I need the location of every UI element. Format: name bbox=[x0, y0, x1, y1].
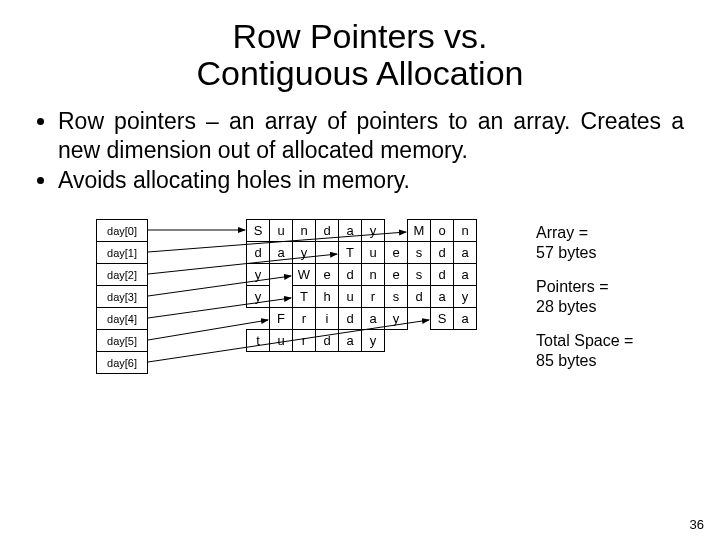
char-gap bbox=[269, 285, 293, 308]
char-gap bbox=[407, 307, 431, 330]
title-line2: Contiguous Allocation bbox=[196, 54, 523, 92]
pointer-cell: day[3] bbox=[96, 285, 148, 308]
char-cell: y bbox=[292, 241, 316, 264]
size-info: Array = 57 bytes Pointers = 28 bytes Tot… bbox=[536, 223, 633, 385]
char-gap bbox=[384, 329, 408, 352]
char-cell: a bbox=[338, 219, 362, 242]
char-cell: r bbox=[292, 307, 316, 330]
char-row: SundayMon bbox=[246, 219, 477, 242]
char-cell: a bbox=[269, 241, 293, 264]
char-cell: n bbox=[292, 219, 316, 242]
char-cell: y bbox=[246, 263, 270, 286]
char-cell: e bbox=[384, 263, 408, 286]
char-cell: T bbox=[338, 241, 362, 264]
pointer-column: day[0]day[1]day[2]day[3]day[4]day[5]day[… bbox=[96, 219, 148, 374]
char-cell: S bbox=[246, 219, 270, 242]
char-cell: d bbox=[407, 285, 431, 308]
bullet-list: Row pointers – an array of pointers to a… bbox=[36, 107, 684, 195]
char-cell: a bbox=[338, 329, 362, 352]
char-cell: s bbox=[384, 285, 408, 308]
char-gap bbox=[315, 241, 339, 264]
page-number: 36 bbox=[690, 517, 704, 532]
char-row: FridaySa bbox=[246, 307, 477, 330]
char-cell: d bbox=[430, 241, 454, 264]
char-cell: y bbox=[453, 285, 477, 308]
info-array-l1: Array = bbox=[536, 224, 588, 241]
char-cell: t bbox=[246, 329, 270, 352]
char-gap bbox=[246, 307, 270, 330]
char-cell: S bbox=[430, 307, 454, 330]
char-cell: y bbox=[361, 329, 385, 352]
char-cell: u bbox=[361, 241, 385, 264]
char-cell: r bbox=[361, 285, 385, 308]
info-total-l2: 85 bytes bbox=[536, 352, 596, 369]
char-cell: a bbox=[361, 307, 385, 330]
char-cell: d bbox=[338, 263, 362, 286]
char-cell: n bbox=[361, 263, 385, 286]
diagram: day[0]day[1]day[2]day[3]day[4]day[5]day[… bbox=[36, 209, 684, 439]
info-ptr-l2: 28 bytes bbox=[536, 298, 596, 315]
char-cell: W bbox=[292, 263, 316, 286]
char-row: turday bbox=[246, 329, 477, 352]
char-cell: d bbox=[338, 307, 362, 330]
bullet-1: Row pointers – an array of pointers to a… bbox=[58, 107, 684, 165]
char-cell: n bbox=[453, 219, 477, 242]
info-pointers: Pointers = 28 bytes bbox=[536, 277, 633, 317]
char-gap bbox=[407, 329, 431, 352]
info-array-l2: 57 bytes bbox=[536, 244, 596, 261]
char-cell: d bbox=[315, 219, 339, 242]
char-cell: d bbox=[246, 241, 270, 264]
info-total: Total Space = 85 bytes bbox=[536, 331, 633, 371]
char-cell: u bbox=[338, 285, 362, 308]
char-cell: i bbox=[315, 307, 339, 330]
char-cell: e bbox=[315, 263, 339, 286]
pointer-cell: day[1] bbox=[96, 241, 148, 264]
char-row: yThursday bbox=[246, 285, 477, 308]
char-cell: y bbox=[246, 285, 270, 308]
char-gap bbox=[384, 219, 408, 242]
char-cell: y bbox=[384, 307, 408, 330]
pointer-cell: day[0] bbox=[96, 219, 148, 242]
char-cell: F bbox=[269, 307, 293, 330]
char-cell: h bbox=[315, 285, 339, 308]
char-cell: a bbox=[453, 263, 477, 286]
pointer-cell: day[2] bbox=[96, 263, 148, 286]
pointer-cell: day[5] bbox=[96, 329, 148, 352]
char-cell: T bbox=[292, 285, 316, 308]
char-gap bbox=[453, 329, 477, 352]
pointer-cell: day[6] bbox=[96, 351, 148, 374]
title-line1: Row Pointers vs. bbox=[232, 17, 487, 55]
char-row: yWednesda bbox=[246, 263, 477, 286]
bullet-2: Avoids allocating holes in memory. bbox=[58, 166, 684, 195]
info-array: Array = 57 bytes bbox=[536, 223, 633, 263]
char-cell: a bbox=[430, 285, 454, 308]
char-gap bbox=[430, 329, 454, 352]
pointer-cell: day[4] bbox=[96, 307, 148, 330]
char-cell: e bbox=[384, 241, 408, 264]
char-cell: d bbox=[430, 263, 454, 286]
char-cell: s bbox=[407, 241, 431, 264]
char-cell: u bbox=[269, 329, 293, 352]
char-cell: a bbox=[453, 307, 477, 330]
char-cell: o bbox=[430, 219, 454, 242]
char-cell: y bbox=[361, 219, 385, 242]
char-cell: a bbox=[453, 241, 477, 264]
info-ptr-l1: Pointers = bbox=[536, 278, 608, 295]
info-total-l1: Total Space = bbox=[536, 332, 633, 349]
char-gap bbox=[269, 263, 293, 286]
char-array: SundayMondayTuesdayWednesdayThursdayFrid… bbox=[246, 219, 477, 352]
char-row: dayTuesda bbox=[246, 241, 477, 264]
char-cell: M bbox=[407, 219, 431, 242]
char-cell: u bbox=[269, 219, 293, 242]
char-cell: r bbox=[292, 329, 316, 352]
slide-title: Row Pointers vs. Contiguous Allocation bbox=[36, 18, 684, 93]
char-cell: d bbox=[315, 329, 339, 352]
char-cell: s bbox=[407, 263, 431, 286]
